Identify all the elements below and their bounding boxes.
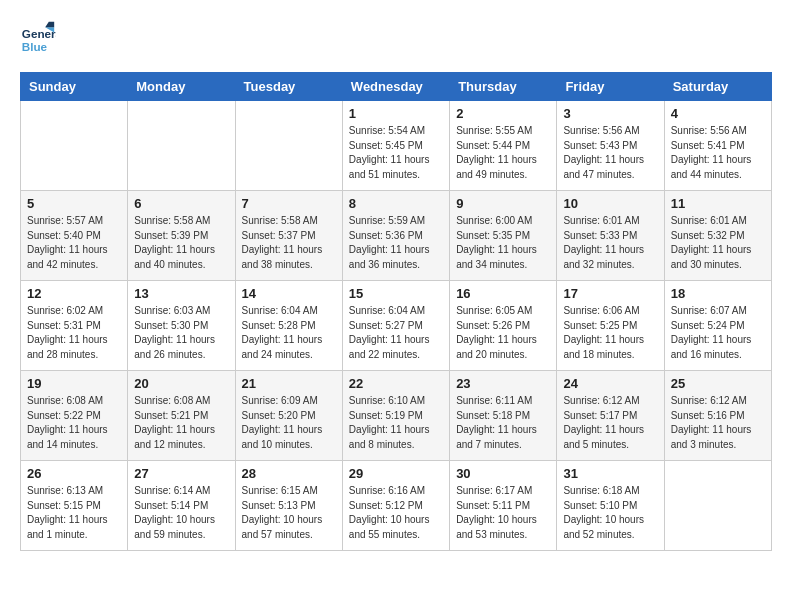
weekday-header-monday: Monday [128, 73, 235, 101]
day-number: 7 [242, 196, 336, 211]
weekday-header-friday: Friday [557, 73, 664, 101]
calendar-cell [664, 461, 771, 551]
calendar-cell: 15Sunrise: 6:04 AM Sunset: 5:27 PM Dayli… [342, 281, 449, 371]
day-info: Sunrise: 6:16 AM Sunset: 5:12 PM Dayligh… [349, 484, 443, 542]
day-number: 4 [671, 106, 765, 121]
day-number: 25 [671, 376, 765, 391]
day-info: Sunrise: 6:01 AM Sunset: 5:33 PM Dayligh… [563, 214, 657, 272]
day-number: 1 [349, 106, 443, 121]
day-info: Sunrise: 5:56 AM Sunset: 5:43 PM Dayligh… [563, 124, 657, 182]
calendar-week-2: 5Sunrise: 5:57 AM Sunset: 5:40 PM Daylig… [21, 191, 772, 281]
day-number: 3 [563, 106, 657, 121]
calendar-cell: 12Sunrise: 6:02 AM Sunset: 5:31 PM Dayli… [21, 281, 128, 371]
calendar-cell: 3Sunrise: 5:56 AM Sunset: 5:43 PM Daylig… [557, 101, 664, 191]
svg-marker-3 [45, 22, 54, 27]
day-number: 11 [671, 196, 765, 211]
day-number: 26 [27, 466, 121, 481]
day-info: Sunrise: 6:02 AM Sunset: 5:31 PM Dayligh… [27, 304, 121, 362]
day-number: 6 [134, 196, 228, 211]
day-info: Sunrise: 6:05 AM Sunset: 5:26 PM Dayligh… [456, 304, 550, 362]
day-number: 24 [563, 376, 657, 391]
day-number: 18 [671, 286, 765, 301]
day-number: 31 [563, 466, 657, 481]
day-info: Sunrise: 6:12 AM Sunset: 5:17 PM Dayligh… [563, 394, 657, 452]
day-number: 29 [349, 466, 443, 481]
day-info: Sunrise: 6:07 AM Sunset: 5:24 PM Dayligh… [671, 304, 765, 362]
day-number: 2 [456, 106, 550, 121]
calendar-cell: 11Sunrise: 6:01 AM Sunset: 5:32 PM Dayli… [664, 191, 771, 281]
day-number: 12 [27, 286, 121, 301]
svg-text:Blue: Blue [22, 40, 48, 53]
day-info: Sunrise: 6:04 AM Sunset: 5:28 PM Dayligh… [242, 304, 336, 362]
calendar-cell: 25Sunrise: 6:12 AM Sunset: 5:16 PM Dayli… [664, 371, 771, 461]
day-info: Sunrise: 5:55 AM Sunset: 5:44 PM Dayligh… [456, 124, 550, 182]
day-info: Sunrise: 6:09 AM Sunset: 5:20 PM Dayligh… [242, 394, 336, 452]
calendar-week-5: 26Sunrise: 6:13 AM Sunset: 5:15 PM Dayli… [21, 461, 772, 551]
day-number: 23 [456, 376, 550, 391]
day-info: Sunrise: 5:56 AM Sunset: 5:41 PM Dayligh… [671, 124, 765, 182]
calendar-cell: 27Sunrise: 6:14 AM Sunset: 5:14 PM Dayli… [128, 461, 235, 551]
calendar-cell [235, 101, 342, 191]
calendar-cell: 8Sunrise: 5:59 AM Sunset: 5:36 PM Daylig… [342, 191, 449, 281]
day-number: 27 [134, 466, 228, 481]
weekday-header-saturday: Saturday [664, 73, 771, 101]
day-number: 22 [349, 376, 443, 391]
day-number: 17 [563, 286, 657, 301]
weekday-header-sunday: Sunday [21, 73, 128, 101]
day-info: Sunrise: 6:15 AM Sunset: 5:13 PM Dayligh… [242, 484, 336, 542]
calendar-cell [128, 101, 235, 191]
calendar-cell: 9Sunrise: 6:00 AM Sunset: 5:35 PM Daylig… [450, 191, 557, 281]
day-number: 21 [242, 376, 336, 391]
day-info: Sunrise: 6:04 AM Sunset: 5:27 PM Dayligh… [349, 304, 443, 362]
calendar-cell: 29Sunrise: 6:16 AM Sunset: 5:12 PM Dayli… [342, 461, 449, 551]
day-number: 10 [563, 196, 657, 211]
calendar-cell: 19Sunrise: 6:08 AM Sunset: 5:22 PM Dayli… [21, 371, 128, 461]
calendar-cell: 4Sunrise: 5:56 AM Sunset: 5:41 PM Daylig… [664, 101, 771, 191]
day-number: 16 [456, 286, 550, 301]
day-info: Sunrise: 6:18 AM Sunset: 5:10 PM Dayligh… [563, 484, 657, 542]
day-info: Sunrise: 6:11 AM Sunset: 5:18 PM Dayligh… [456, 394, 550, 452]
day-info: Sunrise: 5:59 AM Sunset: 5:36 PM Dayligh… [349, 214, 443, 272]
weekday-header-wednesday: Wednesday [342, 73, 449, 101]
calendar-cell: 13Sunrise: 6:03 AM Sunset: 5:30 PM Dayli… [128, 281, 235, 371]
day-info: Sunrise: 6:17 AM Sunset: 5:11 PM Dayligh… [456, 484, 550, 542]
day-info: Sunrise: 5:58 AM Sunset: 5:37 PM Dayligh… [242, 214, 336, 272]
calendar-cell: 18Sunrise: 6:07 AM Sunset: 5:24 PM Dayli… [664, 281, 771, 371]
calendar-cell: 14Sunrise: 6:04 AM Sunset: 5:28 PM Dayli… [235, 281, 342, 371]
calendar-cell: 6Sunrise: 5:58 AM Sunset: 5:39 PM Daylig… [128, 191, 235, 281]
day-info: Sunrise: 6:08 AM Sunset: 5:22 PM Dayligh… [27, 394, 121, 452]
calendar-cell: 31Sunrise: 6:18 AM Sunset: 5:10 PM Dayli… [557, 461, 664, 551]
calendar-cell: 7Sunrise: 5:58 AM Sunset: 5:37 PM Daylig… [235, 191, 342, 281]
day-info: Sunrise: 5:57 AM Sunset: 5:40 PM Dayligh… [27, 214, 121, 272]
calendar-cell: 2Sunrise: 5:55 AM Sunset: 5:44 PM Daylig… [450, 101, 557, 191]
day-number: 13 [134, 286, 228, 301]
weekday-header-thursday: Thursday [450, 73, 557, 101]
calendar-cell: 16Sunrise: 6:05 AM Sunset: 5:26 PM Dayli… [450, 281, 557, 371]
day-info: Sunrise: 6:13 AM Sunset: 5:15 PM Dayligh… [27, 484, 121, 542]
calendar-table: SundayMondayTuesdayWednesdayThursdayFrid… [20, 72, 772, 551]
calendar-cell: 24Sunrise: 6:12 AM Sunset: 5:17 PM Dayli… [557, 371, 664, 461]
day-number: 20 [134, 376, 228, 391]
calendar-cell: 1Sunrise: 5:54 AM Sunset: 5:45 PM Daylig… [342, 101, 449, 191]
day-number: 14 [242, 286, 336, 301]
calendar-cell: 21Sunrise: 6:09 AM Sunset: 5:20 PM Dayli… [235, 371, 342, 461]
day-info: Sunrise: 6:06 AM Sunset: 5:25 PM Dayligh… [563, 304, 657, 362]
weekday-header-row: SundayMondayTuesdayWednesdayThursdayFrid… [21, 73, 772, 101]
day-info: Sunrise: 5:58 AM Sunset: 5:39 PM Dayligh… [134, 214, 228, 272]
page-header: General Blue [20, 20, 772, 56]
calendar-cell [21, 101, 128, 191]
weekday-header-tuesday: Tuesday [235, 73, 342, 101]
day-number: 15 [349, 286, 443, 301]
calendar-week-3: 12Sunrise: 6:02 AM Sunset: 5:31 PM Dayli… [21, 281, 772, 371]
day-info: Sunrise: 6:00 AM Sunset: 5:35 PM Dayligh… [456, 214, 550, 272]
day-number: 19 [27, 376, 121, 391]
calendar-cell: 26Sunrise: 6:13 AM Sunset: 5:15 PM Dayli… [21, 461, 128, 551]
calendar-week-4: 19Sunrise: 6:08 AM Sunset: 5:22 PM Dayli… [21, 371, 772, 461]
calendar-cell: 10Sunrise: 6:01 AM Sunset: 5:33 PM Dayli… [557, 191, 664, 281]
logo: General Blue [20, 20, 56, 56]
day-info: Sunrise: 6:01 AM Sunset: 5:32 PM Dayligh… [671, 214, 765, 272]
calendar-week-1: 1Sunrise: 5:54 AM Sunset: 5:45 PM Daylig… [21, 101, 772, 191]
day-info: Sunrise: 6:12 AM Sunset: 5:16 PM Dayligh… [671, 394, 765, 452]
logo-icon: General Blue [20, 20, 56, 56]
day-number: 9 [456, 196, 550, 211]
